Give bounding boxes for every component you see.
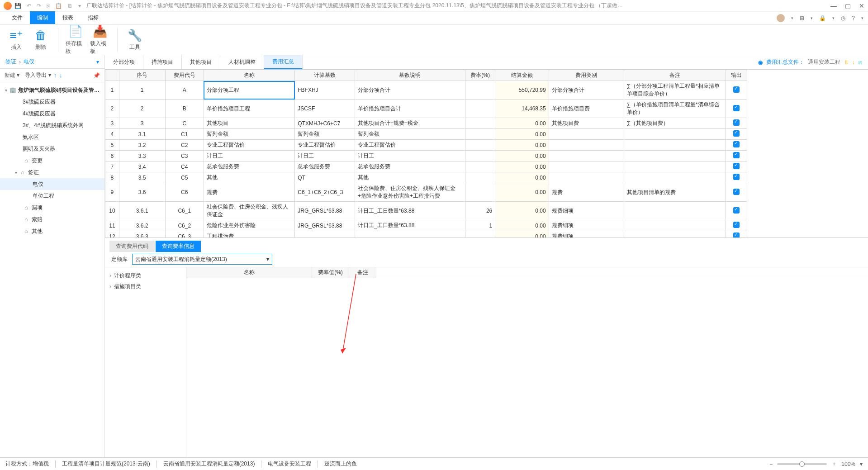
status-dqsb[interactable]: 电气设备安装工程	[268, 460, 311, 468]
grid-cell[interactable]: C4	[165, 161, 204, 172]
grid-cell[interactable]: FBFXHJ	[295, 81, 355, 100]
quota-select[interactable]: 云南省通用安装工程消耗量定额(2013) ▾	[132, 254, 272, 265]
grid-cell[interactable]	[465, 151, 495, 161]
grid-cell[interactable]: 计日工_工日数量*63.88	[355, 220, 465, 231]
grid-cell[interactable]	[465, 140, 495, 151]
grid-cell[interactable]: 其他	[355, 172, 465, 183]
output-checkbox[interactable]	[733, 207, 740, 214]
grid-header[interactable]: 序号	[119, 70, 165, 81]
grid-cell[interactable]: 社会保险费、住房公积金、残疾人保证金	[204, 202, 294, 220]
grid-cell[interactable]: 其他项目	[204, 118, 294, 129]
grid-cell[interactable]: 其他	[204, 172, 294, 183]
new-button[interactable]: 新建 ▾	[5, 71, 19, 79]
grid-cell[interactable]: 3.6	[119, 183, 165, 202]
quick-access-icons[interactable]: 💾 ↶ ↷ ⎘ 📋 🗎 ▾	[14, 3, 81, 9]
grid-cell[interactable]: JRG_GRSL*63.88	[295, 220, 355, 231]
grid-cell[interactable]: 10	[105, 202, 119, 220]
grid-cell[interactable]: 暂列金额	[295, 129, 355, 140]
delete-button[interactable]: 🗑删除	[31, 28, 51, 51]
grid-cell[interactable]: 11	[105, 220, 119, 231]
grid-cell[interactable]	[624, 129, 726, 140]
grid-cell[interactable]: 0.00	[495, 129, 549, 140]
grid-cell[interactable]	[465, 100, 495, 118]
grid-cell[interactable]: 5	[105, 140, 119, 151]
grid-cell[interactable]: 分部分项工程	[204, 81, 294, 100]
grid-cell[interactable]: 危险作业意外伤害险	[204, 220, 294, 231]
grid-cell[interactable]: QTXMHJ+C6+C7	[295, 118, 355, 129]
grid-cell[interactable]: 其他项目清单的规费	[624, 183, 726, 202]
grid-cell[interactable]	[726, 172, 747, 183]
grid-cell[interactable]: 3	[105, 118, 119, 129]
table-row[interactable]: 93.6C6规费C6_1+C6_2+C6_3社会保险费、住房公积金、残疾人保证金…	[105, 183, 747, 202]
qa-doc-icon[interactable]: 🗎	[67, 3, 73, 9]
grid-cell[interactable]: A	[165, 81, 204, 100]
grid-cell[interactable]: 规费细项	[549, 202, 624, 220]
grid-view-icon[interactable]: ⊞	[800, 15, 804, 21]
breadcrumb[interactable]: 签证 › 电仪 ▾	[0, 55, 104, 69]
grid-cell[interactable]: JSCSF	[295, 100, 355, 118]
window-minimize-icon[interactable]: —	[830, 2, 837, 9]
output-checkbox[interactable]	[733, 222, 740, 228]
grid-cell[interactable]: 7	[105, 161, 119, 172]
grid-cell[interactable]: 3.6.1	[119, 202, 165, 220]
grid-cell[interactable]: 1	[105, 81, 119, 100]
grid-cell[interactable]: C2	[165, 140, 204, 151]
grid-cell[interactable]: C5	[165, 172, 204, 183]
save-template-button[interactable]: 📄保存模板	[66, 24, 85, 55]
output-checkbox[interactable]	[733, 174, 740, 180]
table-row[interactable]: 123.6.3C6_3工程排污费0.00规费细项	[105, 231, 747, 238]
grid-cell[interactable]	[726, 118, 747, 129]
table-row[interactable]: 22B单价措施项目工程JSCSF单价措施项目合计14,468.35单价措施项目费…	[105, 100, 747, 118]
qa-undo-icon[interactable]: ↶	[27, 3, 31, 9]
tree-item[interactable]: 单位工程	[0, 190, 104, 202]
globe-icon[interactable]: ◷	[841, 15, 845, 21]
tab-fyhz[interactable]: 费用汇总	[264, 55, 303, 69]
menu-index[interactable]: 指标	[81, 11, 106, 24]
qa-save-icon[interactable]: 💾	[14, 3, 21, 9]
breadcrumb-b[interactable]: 电仪	[24, 58, 34, 66]
grid-cell[interactable]: 9	[105, 183, 119, 202]
grid-cell[interactable]	[726, 151, 747, 161]
output-checkbox[interactable]	[733, 105, 740, 111]
pin-icon[interactable]: 📌	[93, 72, 100, 79]
subtab-rate[interactable]: 查询费率信息	[156, 241, 201, 252]
grid-header[interactable]: 计算基数	[295, 70, 355, 81]
output-checkbox[interactable]	[733, 152, 740, 158]
table-row[interactable]: 33C其他项目QTXMHJ+C6+C7其他项目合计+规费+税金0.00其他项目费…	[105, 118, 747, 129]
grid-cell[interactable]: 单价措施项目工程	[204, 100, 294, 118]
import-export-button[interactable]: 导入导出 ▾	[25, 71, 51, 79]
output-checkbox[interactable]	[733, 119, 740, 126]
grid-cell[interactable]	[624, 161, 726, 172]
grid-cell[interactable]: 3.1	[119, 129, 165, 140]
grid-cell[interactable]	[465, 231, 495, 238]
insert-button[interactable]: ≡⁺插入	[6, 28, 26, 51]
table-row[interactable]: 73.4C4总承包服务费总承包服务费总承包服务费0.00	[105, 161, 747, 172]
status-quota[interactable]: 云南省通用安装工程消耗量定额(2013)	[163, 460, 255, 468]
grid-cell[interactable]: 专业工程暂估价	[295, 140, 355, 151]
grid-header[interactable]	[105, 70, 119, 81]
grid-cell[interactable]: 计日工	[295, 151, 355, 161]
grid-cell[interactable]: 0.00	[495, 151, 549, 161]
grid-cell[interactable]: 其他项目费	[549, 118, 624, 129]
zoom-out-icon[interactable]: −	[769, 461, 773, 467]
table-row[interactable]: 43.1C1暂列金额暂列金额暂列金额0.00	[105, 129, 747, 140]
grid-cell[interactable]: 26	[465, 202, 495, 220]
arrow-down-icon[interactable]: ↓	[852, 59, 855, 66]
menu-compile[interactable]: 编制	[30, 11, 55, 24]
table-row[interactable]: 83.5C5其他QT其他0.00	[105, 172, 747, 183]
grid-header[interactable]: 基数说明	[355, 70, 465, 81]
grid-cell[interactable]: C6	[165, 183, 204, 202]
grid-header[interactable]: 费用类别	[549, 70, 624, 81]
user-caret-icon[interactable]: ▾	[791, 16, 793, 20]
grid-cell[interactable]: 4	[105, 129, 119, 140]
grid-cell[interactable]	[549, 129, 624, 140]
tab-rcj[interactable]: 人材机调整	[220, 55, 264, 69]
sort-icon[interactable]: ⥮	[844, 59, 849, 66]
grid-cell[interactable]: 3.4	[119, 161, 165, 172]
output-checkbox[interactable]	[733, 130, 740, 137]
tools-button[interactable]: 🔧工具	[125, 28, 145, 51]
grid-cell[interactable]	[549, 151, 624, 161]
zoom-in-icon[interactable]: ＋	[831, 460, 837, 468]
load-template-button[interactable]: 📥载入模板	[90, 24, 110, 55]
table-row[interactable]: 103.6.1C6_1社会保险费、住房公积金、残疾人保证金JRG_GRSL*63…	[105, 202, 747, 220]
